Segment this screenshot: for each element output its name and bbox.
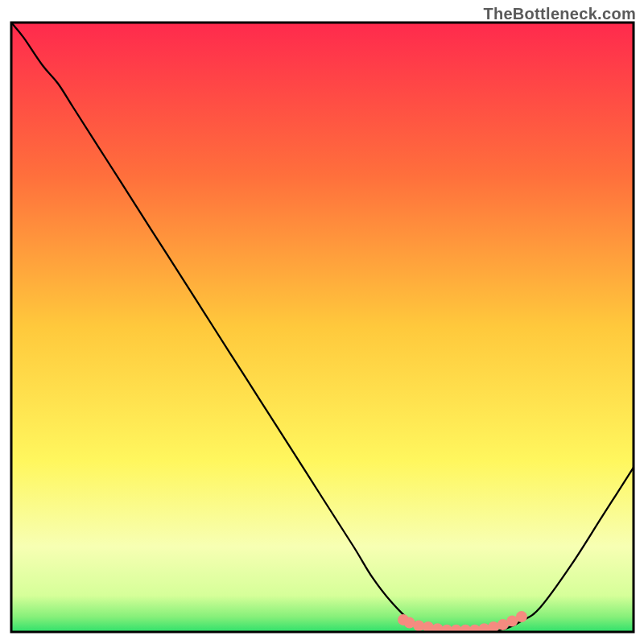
valley-marker	[516, 611, 527, 622]
chart-container: TheBottleneck.com	[0, 0, 644, 644]
plot-background-gradient	[11, 23, 634, 632]
bottleneck-chart	[0, 0, 644, 644]
